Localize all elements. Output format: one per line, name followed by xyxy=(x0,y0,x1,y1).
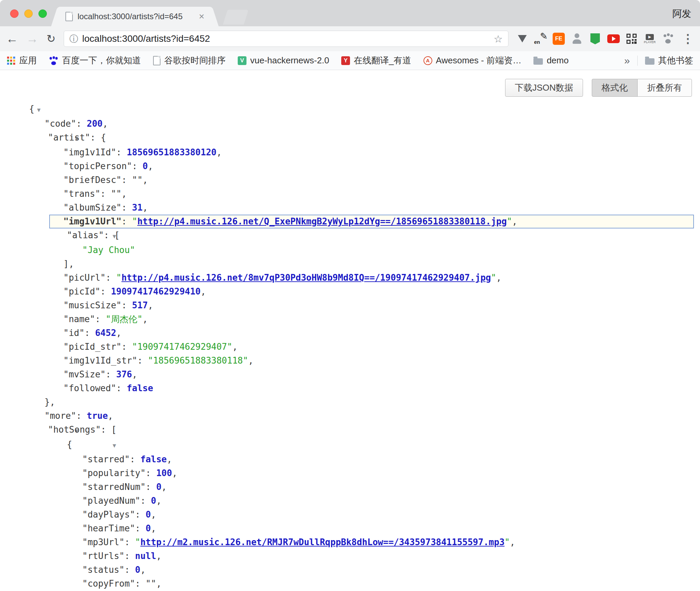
bookmark-label: 谷歌按时间排序 xyxy=(164,55,226,66)
page-info-icon[interactable]: ⓘ xyxy=(69,33,78,45)
json-token: true xyxy=(87,411,108,421)
json-line: "followed": false xyxy=(0,381,700,395)
json-line: "popularity": 100, xyxy=(0,466,700,480)
json-token: "hearTime" xyxy=(82,523,135,533)
json-url-link[interactable]: http://p4.music.126.net/8mv7qP30Pd3oHW8b… xyxy=(121,273,491,283)
shield-icon xyxy=(590,33,600,44)
collapse-all-button[interactable]: 折叠所有 xyxy=(637,79,692,97)
bookmark-item[interactable]: Y在线翻译_有道 xyxy=(341,55,411,66)
json-line-highlighted: "img1v1Url": "http://p4.music.126.net/Q_… xyxy=(0,215,700,228)
json-token: false xyxy=(127,383,153,393)
youtube-extension-icon[interactable] xyxy=(606,31,621,46)
json-line: "starredNum": 0, xyxy=(0,480,700,494)
json-line: "copyFrom": "", xyxy=(0,577,700,591)
json-line: "topicPerson": 0, xyxy=(0,159,700,173)
folder-icon xyxy=(645,58,654,65)
json-token: : xyxy=(124,565,135,575)
format-button[interactable]: 格式化 xyxy=(592,79,638,97)
apps-grid-icon xyxy=(7,56,16,65)
bookmark-item[interactable]: demo xyxy=(533,55,568,66)
back-icon[interactable]: ← xyxy=(6,33,18,45)
json-line: "trans": "", xyxy=(0,187,700,201)
player-extension-icon[interactable]: ▶ PLAYER xyxy=(642,31,658,46)
bookmark-star-icon[interactable]: ☆ xyxy=(494,33,503,45)
json-token: 19097417462929410 xyxy=(111,286,201,297)
minimize-window-button[interactable] xyxy=(24,9,33,18)
json-url-link[interactable]: http://p4.music.126.net/Q_ExePNkmgB2yWyL… xyxy=(137,216,507,226)
json-token: "copyFrom" xyxy=(82,579,135,589)
fehelper-extension-icon[interactable]: FE xyxy=(551,31,566,46)
bookmark-item[interactable]: Vvue-hackernews-2.0 xyxy=(238,55,329,66)
json-token: 0 xyxy=(151,496,156,506)
new-tab-button[interactable] xyxy=(223,10,249,25)
document-icon xyxy=(153,56,161,65)
json-token: "popularity" xyxy=(82,468,146,478)
other-bookmarks-folder[interactable]: 其他书签 xyxy=(645,55,693,66)
json-token: "followed" xyxy=(63,383,116,393)
translate-extension-icon[interactable]: en ✎ xyxy=(533,31,548,46)
shield-extension-icon[interactable] xyxy=(587,31,603,46)
json-token: ], xyxy=(63,259,74,269)
youtube-play-icon xyxy=(607,34,620,43)
bookmark-item[interactable]: AAwesomes - 前端资… xyxy=(424,55,522,66)
baidu-paw-icon xyxy=(49,56,58,65)
json-token: 0 xyxy=(135,565,141,575)
json-token: : xyxy=(135,523,146,533)
view-mode-segment: 格式化 折叠所有 xyxy=(592,79,692,97)
browser-tab[interactable]: localhost:3000/artists?id=645 × xyxy=(59,7,210,26)
json-token: , xyxy=(156,579,162,589)
pen-icon: ✎ xyxy=(540,31,548,42)
reload-icon[interactable]: ↻ xyxy=(47,33,56,44)
tab-close-icon[interactable]: × xyxy=(199,12,204,21)
json-token: " xyxy=(507,216,512,226)
profile-extension-icon[interactable] xyxy=(569,31,585,46)
browser-window: localhost:3000/artists?id=645 × 阿发 ← → ↻… xyxy=(0,0,700,591)
fullscreen-window-button[interactable] xyxy=(38,9,47,18)
json-token: , xyxy=(151,509,156,520)
json-token: , xyxy=(121,189,127,199)
collapse-triangle-icon[interactable]: ▼ xyxy=(37,106,40,113)
json-line: "rtUrls": null, xyxy=(0,549,700,563)
bookmark-item[interactable]: 谷歌按时间排序 xyxy=(153,55,226,66)
json-line: "picId_str": "19097417462929407", xyxy=(0,340,700,354)
json-line: "albumSize": 31, xyxy=(0,201,700,215)
json-token: , xyxy=(216,147,222,157)
paw-extension-icon[interactable] xyxy=(660,31,676,46)
tab-title: localhost:3000/artists?id=645 xyxy=(78,12,196,21)
json-token: : xyxy=(135,579,146,589)
address-bar[interactable]: ⓘ localhost:3000/artists?id=6452 ☆ xyxy=(64,31,508,47)
json-token: { xyxy=(29,104,34,114)
close-window-button[interactable] xyxy=(10,9,19,18)
window-controls xyxy=(10,9,47,18)
json-token: "Jay Chou" xyxy=(82,245,135,255)
url-text[interactable]: localhost:3000/artists?id=6452 xyxy=(82,33,494,44)
download-json-button[interactable]: 下载JSON数据 xyxy=(505,79,583,97)
bookmark-item[interactable]: 应用 xyxy=(7,55,37,66)
bookmark-label: 在线翻译_有道 xyxy=(354,55,411,66)
json-token: , xyxy=(148,300,153,310)
bookmarks-overflow-icon[interactable]: » xyxy=(624,55,630,66)
json-token: , xyxy=(148,161,153,171)
json-token: : xyxy=(140,496,151,506)
forward-icon: → xyxy=(26,33,38,45)
json-token: null xyxy=(135,551,156,561)
json-line: "img1v1Id": 18569651883380120, xyxy=(0,146,700,159)
json-line: "id": 6452, xyxy=(0,326,700,340)
json-token: "code" xyxy=(45,119,76,129)
json-token: "topicPerson" xyxy=(63,161,132,171)
json-token: : xyxy=(130,454,140,464)
json-token: " xyxy=(116,273,122,283)
json-token: "playedNum" xyxy=(82,496,140,506)
browser-menu-icon[interactable]: ⋮ xyxy=(682,32,694,46)
bookmark-item[interactable]: 百度一下，你就知道 xyxy=(49,55,141,66)
json-token: "" xyxy=(146,579,156,589)
json-token: 200 xyxy=(87,119,103,129)
pennant-extension-icon[interactable] xyxy=(515,31,530,46)
json-token: "status" xyxy=(82,565,124,575)
collapse-triangle-icon[interactable]: ▼ xyxy=(113,442,116,449)
json-token: : xyxy=(121,203,132,213)
json-token: , xyxy=(172,468,177,478)
json-url-link[interactable]: http://m2.music.126.net/RMJR7wDullRqppBk… xyxy=(140,537,504,547)
json-token: "19097417462929407" xyxy=(132,342,232,352)
qrcode-extension-icon[interactable] xyxy=(624,31,639,46)
